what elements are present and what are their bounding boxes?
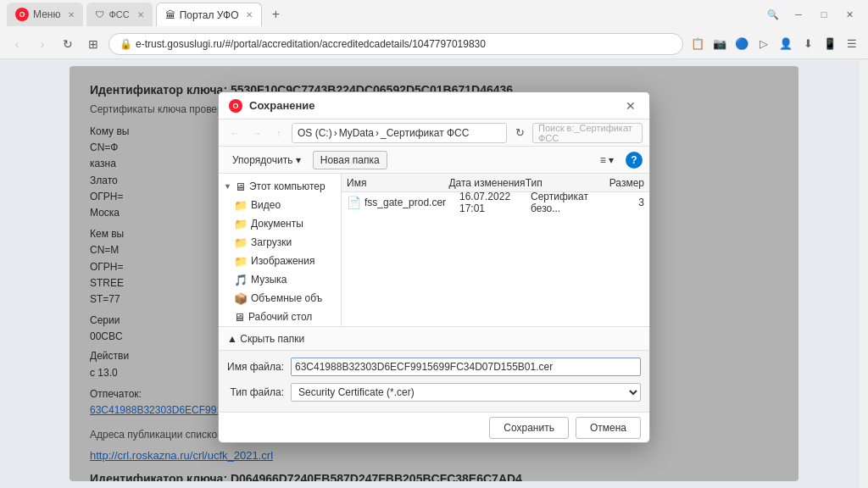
filetype-select[interactable]: Security Certificate (*.cer) xyxy=(291,383,641,402)
col-size[interactable]: Размер xyxy=(602,177,644,189)
organize-button[interactable]: Упорядочить ▾ xyxy=(225,151,308,169)
path-part-3: _Сертификат ФСС xyxy=(381,127,469,139)
docs-folder-icon: 📁 xyxy=(234,218,248,230)
video-folder-icon: 📁 xyxy=(234,199,248,212)
file-name: fss_gate_prod.cer xyxy=(364,197,459,208)
dialog-overlay: O Сохранение ✕ ← → ↑ OS (C:) › MyData xyxy=(70,66,798,481)
device-icon[interactable]: 📱 xyxy=(821,35,839,53)
tree-item-video-label: Видео xyxy=(251,199,281,211)
tab-fss-close[interactable]: ✕ xyxy=(137,10,144,19)
scrollbar[interactable] xyxy=(860,59,868,488)
filename-label: Имя файла: xyxy=(227,361,291,373)
portal-favicon: 🏛 xyxy=(165,9,175,21)
add-tab-button[interactable]: + xyxy=(265,4,286,25)
path-up-button[interactable]: ↑ xyxy=(270,124,288,142)
tree-item-images-label: Изображения xyxy=(251,255,314,267)
tree-item-docs[interactable]: 📁 Документы xyxy=(219,214,341,233)
tree-item-desktop-label: Рабочий стол xyxy=(248,311,312,323)
col-name[interactable]: Имя xyxy=(347,177,448,189)
tree-item-video[interactable]: 📁 Видео xyxy=(219,196,341,214)
tab-opera-menu[interactable]: O Меню ✕ xyxy=(7,3,83,26)
tab-opera-label: Меню xyxy=(33,8,60,20)
dialog-close-button[interactable]: ✕ xyxy=(622,97,639,114)
expand-icon: ▼ xyxy=(224,182,231,191)
minimize-button[interactable]: ─ xyxy=(787,6,810,23)
save-button[interactable]: Сохранить xyxy=(489,417,569,439)
dialog-search-box[interactable]: Поиск в:_Сертификат ФСС xyxy=(532,123,643,143)
dialog-opera-icon: O xyxy=(229,99,242,113)
music-folder-icon: 🎵 xyxy=(234,274,248,286)
path-separator-1: › xyxy=(334,127,337,139)
download-icon[interactable]: ⬇ xyxy=(798,35,817,53)
breadcrumb-path[interactable]: OS (C:) › MyData › _Сертификат ФСС xyxy=(292,123,507,143)
tab-fss[interactable]: 🛡 ФСС ✕ xyxy=(86,3,152,26)
col-type[interactable]: Тип xyxy=(526,177,602,189)
hide-folders-button[interactable]: ▲ Скрыть папки xyxy=(227,333,304,345)
bookmark-icon[interactable]: 📋 xyxy=(688,35,707,53)
dialog-body: ▼ 🖥 Этот компьютер 📁 Видео 📁 Документы xyxy=(219,174,649,326)
path-back-button[interactable]: ← xyxy=(225,124,244,142)
tab-fss-label: ФСС xyxy=(108,9,129,19)
address-text: e-trust.gosuslugi.ru/#/portal/accreditat… xyxy=(136,38,486,50)
tree-item-3d-label: Объемные объ xyxy=(251,292,322,304)
path-part-1: OS (C:) xyxy=(298,127,332,139)
forward-button[interactable]: › xyxy=(32,34,53,54)
maximize-button[interactable]: □ xyxy=(812,6,836,23)
tree-item-computer[interactable]: ▼ 🖥 Этот компьютер xyxy=(219,177,341,196)
address-input[interactable]: 🔒 e-trust.gosuslugi.ru/#/portal/accredit… xyxy=(108,33,683,55)
person-icon[interactable]: 👤 xyxy=(776,35,795,53)
filetype-label: Тип файла: xyxy=(227,386,291,398)
tree-item-music[interactable]: 🎵 Музыка xyxy=(219,270,341,289)
view-toggle-button[interactable]: ≡ ▾ xyxy=(593,151,620,169)
tab-portal-label: Портал УФО xyxy=(180,9,239,21)
file-date: 16.07.2022 17:01 xyxy=(459,191,531,214)
path-refresh-button[interactable]: ↻ xyxy=(510,124,529,142)
back-button[interactable]: ‹ xyxy=(7,34,27,54)
tree-item-music-label: Музыка xyxy=(251,274,287,286)
tab-opera-close[interactable]: ✕ xyxy=(68,10,75,19)
tab-portal-close[interactable]: ✕ xyxy=(246,10,253,19)
search-icon[interactable]: 🔍 xyxy=(761,6,785,23)
play-icon[interactable]: ▷ xyxy=(754,35,773,53)
tree-item-downloads[interactable]: 📁 Загрузки xyxy=(219,233,341,252)
tab-portal[interactable]: 🏛 Портал УФО ✕ xyxy=(156,3,263,26)
grid-view-button[interactable]: ⊞ xyxy=(83,34,103,54)
search-placeholder: Поиск в:_Сертификат ФСС xyxy=(538,123,637,143)
refresh-button[interactable]: ↻ xyxy=(58,34,78,54)
screenshot-icon[interactable]: 📷 xyxy=(710,35,729,53)
page-inner: Идентификатор ключа: 5530F10C9C7743B224D… xyxy=(70,66,798,481)
dialog-titlebar: O Сохранение ✕ xyxy=(219,92,649,119)
tree-item-images[interactable]: 📁 Изображения xyxy=(219,252,341,270)
tree-item-3d[interactable]: 📦 Объемные объ xyxy=(219,289,341,308)
file-row-cer[interactable]: 📄 fss_gate_prod.cer 16.07.2022 17:01 Сер… xyxy=(342,192,649,213)
vpn-icon[interactable]: 🔵 xyxy=(732,35,751,53)
tree-item-computer-label: Этот компьютер xyxy=(249,180,326,192)
col-date[interactable]: Дата изменения xyxy=(448,177,525,189)
close-button[interactable]: ✕ xyxy=(837,6,861,23)
toolbar-row: Упорядочить ▾ Новая папка ≡ ▾ ? xyxy=(219,147,649,174)
tree-item-desktop[interactable]: 🖥 Рабочий стол xyxy=(219,308,341,326)
menu-icon[interactable]: ☰ xyxy=(843,35,861,53)
filename-row: Имя файла: xyxy=(227,356,641,378)
dialog-bottom-form: Имя файла: Тип файла: Security Certifica… xyxy=(219,350,649,412)
file-table-header: Имя Дата изменения Тип Размер xyxy=(342,174,649,192)
path-bar: ← → ↑ OS (C:) › MyData › _Сертификат ФСС… xyxy=(219,119,649,147)
file-type: Сертификат безо... xyxy=(531,191,602,214)
cancel-button[interactable]: Отмена xyxy=(576,417,641,439)
images-folder-icon: 📁 xyxy=(234,255,248,268)
tree-panel: ▼ 🖥 Этот компьютер 📁 Видео 📁 Документы xyxy=(219,174,342,326)
address-right-controls: 📋 📷 🔵 ▷ 👤 ⬇ 📱 ☰ xyxy=(688,35,861,53)
help-button[interactable]: ? xyxy=(626,152,643,169)
browser-window: O Меню ✕ 🛡 ФСС ✕ 🏛 Портал УФО ✕ + 🔍 ─ □ … xyxy=(0,0,868,488)
path-forward-button[interactable]: → xyxy=(248,124,266,142)
desktop-folder-icon: 🖥 xyxy=(234,311,245,324)
path-part-2: MyData xyxy=(339,127,374,139)
hide-folders-bar: ▲ Скрыть папки xyxy=(219,326,649,350)
address-bar: ‹ › ↻ ⊞ 🔒 e-trust.gosuslugi.ru/#/portal/… xyxy=(0,29,868,59)
page-content: Идентификатор ключа: 5530F10C9C7743B224D… xyxy=(0,59,868,488)
filename-input[interactable] xyxy=(291,358,641,376)
cert-file-icon: 📄 xyxy=(347,196,361,209)
file-panel: Имя Дата изменения Тип Размер 📄 fss_gate… xyxy=(342,174,649,326)
new-folder-button[interactable]: Новая папка xyxy=(313,151,387,169)
3d-folder-icon: 📦 xyxy=(234,292,248,305)
